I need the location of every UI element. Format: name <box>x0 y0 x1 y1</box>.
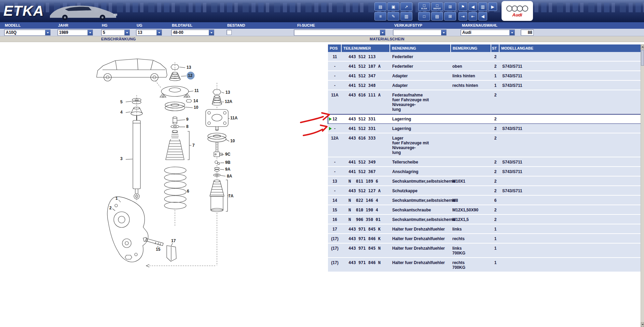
print-icon: ▤ <box>379 5 382 9</box>
note-cell: rechts <box>451 234 491 243</box>
table-row[interactable]: -443 512 127 ASchutzkappe2S743/S711 <box>328 186 641 196</box>
fi-suche-dropdown-arrow-icon[interactable] <box>380 30 385 35</box>
pos-cell: - <box>328 167 342 176</box>
modell-dropdown-arrow-icon[interactable] <box>45 30 50 35</box>
brand-panel: Audi <box>502 1 533 21</box>
bestand-checkbox[interactable] <box>227 30 232 35</box>
scroll-down-icon[interactable] <box>641 322 644 327</box>
fi-suche-select[interactable] <box>294 29 385 36</box>
table-row[interactable]: 11A443 616 111 AFederaufnahme fuer Fahrz… <box>328 90 641 114</box>
name-cell: Halter fuer Drehzahlfuehler <box>390 224 451 233</box>
model-cell <box>499 258 641 272</box>
st-cell: 2 <box>491 90 499 114</box>
cart-button[interactable]: ⊞ <box>444 2 456 11</box>
st-cell: 6 <box>491 196 499 205</box>
screen-list-icon: ▤ <box>435 14 439 18</box>
part-cell: 441 512 348 <box>342 81 390 90</box>
nav-right-icon: ▶ <box>491 5 494 9</box>
table-row[interactable]: 14N 022 146 4Sechskantmutter,selbstsiche… <box>328 196 641 205</box>
elsa-button[interactable]: □ELSA <box>418 2 430 11</box>
nav-pages-icon: ▥ <box>481 5 484 9</box>
jahr-select[interactable]: 1989 <box>57 29 93 36</box>
go-back-icon: ⇤ <box>471 14 475 18</box>
einschraenkung-label: EINSCHRÄNKUNG <box>101 37 136 41</box>
table-row[interactable]: -441 512 107 AFedertelleroben2S743/S711 <box>328 62 641 71</box>
table-row[interactable]: 15N 010 190 4SechskantschraubeM12X1,50X9… <box>328 205 641 215</box>
part-cell: 443 971 846 N <box>342 258 390 272</box>
modell-select[interactable]: A10Q <box>4 29 51 36</box>
parts-table-body: 11443 512 113Federteller2-441 512 107 AF… <box>328 52 641 272</box>
cart-add-button[interactable]: ⊞ <box>444 12 456 21</box>
bildtafel-select[interactable]: 48-00 <box>171 29 214 36</box>
table-row[interactable]: 16N 906 350 01Sechskantmutter,selbstsich… <box>328 215 641 224</box>
diagram-callout: 14 <box>193 99 198 103</box>
elsa-label: ELSA <box>421 8 427 10</box>
jahr-dropdown-arrow-icon[interactable] <box>87 30 93 35</box>
screen-list-button[interactable]: ▤ <box>431 12 443 21</box>
verkaufstyp-dropdown-arrow-icon[interactable] <box>441 30 446 35</box>
part-cell: 441 512 347 <box>342 71 390 80</box>
model-cell <box>499 224 641 233</box>
go-first-button[interactable]: ⇥ <box>458 12 467 21</box>
verkaufstyp-label: VERKAUFSTYP <box>394 23 422 27</box>
note-column-header: BEMERKUNG <box>451 44 491 52</box>
markenauswahl-dropdown-arrow-icon[interactable] <box>509 30 515 35</box>
pin-button[interactable]: ⚑ <box>458 2 467 11</box>
pos-cell: 12A <box>328 133 342 157</box>
name-cell: Halter fuer Drehzahlfuehler <box>390 258 451 272</box>
print-button[interactable]: ▤ <box>374 2 386 11</box>
diagram-callout[interactable]: 12 <box>188 73 193 78</box>
nav-right-button[interactable]: ▶ <box>488 2 497 11</box>
table-row[interactable]: (17)443 971 846 KHalter fuer Drehzahlfue… <box>328 234 641 244</box>
note-cell <box>451 114 491 123</box>
hg-value: 5 <box>101 30 124 35</box>
vertical-scrollbar[interactable] <box>641 44 644 327</box>
table-row[interactable]: -441 512 331Lagerring2S743/S711 <box>328 124 641 133</box>
hg-dropdown-arrow-icon[interactable] <box>124 30 129 35</box>
ug-label: UG <box>137 23 142 27</box>
page-number-field[interactable]: 88 <box>521 29 534 36</box>
diagram-callout: 11A <box>230 116 238 120</box>
screen-copy-button[interactable]: □ <box>418 12 430 21</box>
table-row[interactable]: (17)443 971 846 NHalter fuer Drehzahlfue… <box>328 258 641 272</box>
note-cell <box>451 186 491 195</box>
model-cell <box>499 244 641 257</box>
section-bar: EINSCHRÄNKUNG MATERIALSCHEIN <box>0 36 644 42</box>
note-cell: M12X1,5 <box>451 215 491 224</box>
nav-left-button[interactable]: ◀ <box>468 2 477 11</box>
table-row[interactable]: 12443 512 331Lagerring2 <box>328 114 641 124</box>
diagram-callout: 9 <box>186 117 189 122</box>
bildtafel-dropdown-arrow-icon[interactable] <box>209 30 214 35</box>
part-cell: 443 971 845 K <box>342 224 390 233</box>
table-row[interactable]: 17443 971 845 KHalter fuer Drehzahlfuehl… <box>328 224 641 234</box>
table-row[interactable]: 12A443 616 333Lager fuer Fahrzeuge mit N… <box>328 133 641 157</box>
table-row[interactable]: -441 512 348Adapterrechts hinten1S743/S7… <box>328 81 641 90</box>
ug-dropdown-arrow-icon[interactable] <box>156 30 162 35</box>
ug-select[interactable]: 13 <box>136 29 162 36</box>
table-row[interactable]: -441 512 347Adapterlinks hinten1S743/S71… <box>328 71 641 81</box>
table-row[interactable]: 13N 011 189 6Sechskantmutter,selbstsiche… <box>328 176 641 186</box>
scrollbar-thumb[interactable] <box>641 50 644 66</box>
table-row[interactable]: (17)443 971 845 NHalter fuer Drehzahlfue… <box>328 244 641 258</box>
table-row[interactable]: -441 512 349Tellerscheibe2S743/S711 <box>328 157 641 167</box>
verkaufstyp-select[interactable] <box>393 29 447 36</box>
markenauswahl-select[interactable]: Audi <box>461 29 515 36</box>
st-cell: 1 <box>491 81 499 90</box>
note-cell <box>451 157 491 166</box>
jahr-label: JAHR <box>58 23 68 27</box>
table-row[interactable]: -441 512 367Anschlagring2S743/S711 <box>328 167 641 176</box>
st-cell: 2 <box>491 157 499 166</box>
hg-select[interactable]: 5 <box>101 29 130 36</box>
list-button[interactable]: ≡ <box>374 12 386 21</box>
go-back-button[interactable]: ⇤ <box>468 12 477 21</box>
st-cell: 2 <box>491 186 499 195</box>
screenshot-button[interactable]: ▣ <box>387 2 399 11</box>
back-button[interactable]: ◀ <box>478 12 487 21</box>
nav-pages-button[interactable]: ▥ <box>478 2 487 11</box>
edit-button[interactable]: ✎ <box>387 12 399 21</box>
table-row[interactable]: 11443 512 113Federteller2 <box>328 52 641 62</box>
graph-button[interactable]: ▥ <box>400 12 412 21</box>
export-button[interactable]: ↗ <box>400 2 412 11</box>
scroll-up-icon[interactable] <box>641 44 644 49</box>
depot-button[interactable]: □DEPOT <box>431 2 443 11</box>
